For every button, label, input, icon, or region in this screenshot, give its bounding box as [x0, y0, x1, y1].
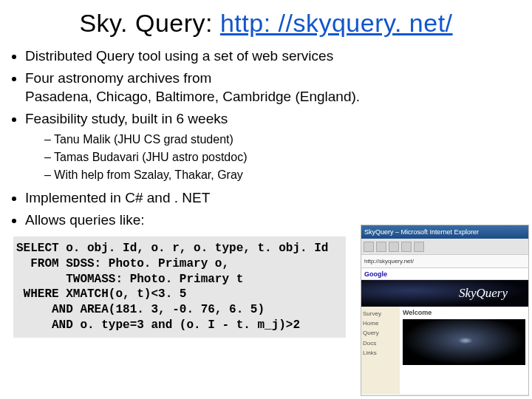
nav-home-icon[interactable]: [414, 242, 424, 252]
site-body: Survey Home Query Docs Links Welcome: [361, 307, 528, 394]
window-titlebar: SkyQuery – Microsoft Internet Explorer: [361, 225, 528, 239]
site-nav: Survey Home Query Docs Links: [361, 307, 400, 394]
bullet-item: Four astronomy archives from Pasadena, C…: [25, 69, 532, 106]
nav-refresh-icon[interactable]: [401, 242, 412, 252]
site-brand: SkyQuery: [459, 286, 508, 301]
slide-title: Sky. Query: http: //skyquery. net/: [0, 0, 532, 42]
bullet-item: Implemented in C# and . NET: [25, 188, 532, 208]
browser-screenshot: SkyQuery – Microsoft Internet Explorer h…: [361, 225, 529, 396]
sub-bullet-item: Tamas Budavari (JHU astro postdoc): [44, 149, 532, 166]
nav-forward-icon[interactable]: [376, 242, 386, 252]
bullet-item: Feasibility study, built in 6 weeks: [25, 109, 532, 129]
sub-bullet-item: Tanu Malik (JHU CS grad student): [44, 132, 532, 148]
panel-title: Welcome: [403, 309, 525, 316]
sql-query-block: SELECT o. obj. Id, o. r, o. type, t. obj…: [13, 236, 346, 338]
nav-item[interactable]: Query: [363, 329, 398, 337]
nav-item[interactable]: Survey: [363, 310, 398, 318]
sub-bullet-item: With help from Szalay, Thakar, Gray: [44, 167, 532, 183]
top-bullet-list: Distributed Query tool using a set of we…: [25, 47, 532, 129]
nav-item[interactable]: Links: [363, 349, 398, 357]
nav-item[interactable]: Docs: [363, 339, 398, 347]
address-bar[interactable]: http://skyquery.net/: [361, 255, 528, 268]
site-main: Welcome: [400, 307, 528, 394]
google-toolbar: Google: [361, 268, 528, 280]
title-link[interactable]: http: //skyquery. net/: [220, 9, 453, 37]
title-prefix: Sky. Query:: [79, 9, 220, 37]
google-logo: Google: [364, 270, 387, 278]
sky-image: [403, 319, 525, 365]
bullet-item: Distributed Query tool using a set of we…: [25, 47, 532, 66]
nav-stop-icon[interactable]: [389, 242, 399, 252]
nav-item[interactable]: Home: [363, 319, 398, 327]
browser-toolbar: [361, 239, 528, 255]
site-header: SkyQuery: [361, 280, 528, 307]
sub-bullet-list: Tanu Malik (JHU CS grad student) Tamas B…: [44, 132, 532, 184]
nav-back-icon[interactable]: [364, 242, 374, 252]
